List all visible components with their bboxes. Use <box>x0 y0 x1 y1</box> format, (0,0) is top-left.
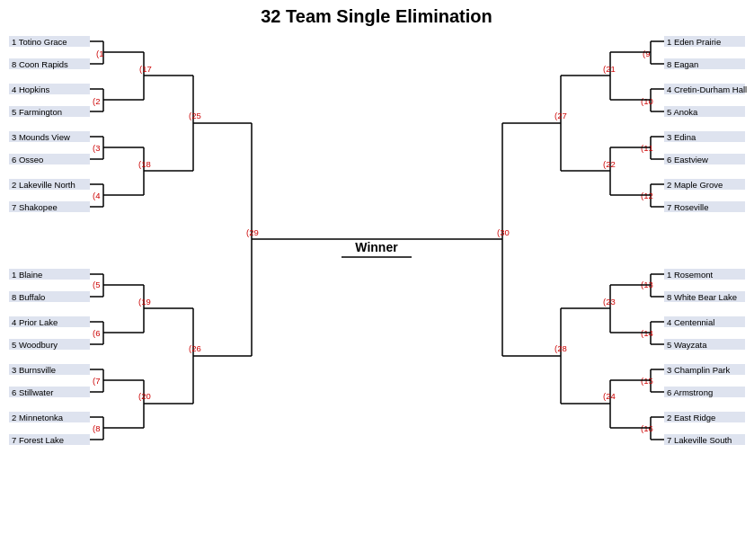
l-m6-label: (6 <box>93 328 100 338</box>
r-r1-t1: 1 Eden Prairie <box>667 37 721 47</box>
r-r1-t14: 6 Armstrong <box>667 387 713 397</box>
l-m2-label: (2 <box>93 96 100 106</box>
l-r1-t11: 4 Prior Lake <box>12 317 58 327</box>
l-r2-m17: (17 <box>139 64 152 74</box>
l-r1-t9: 1 Blaine <box>12 270 42 280</box>
l-r1-t4: 5 Farmington <box>12 107 62 117</box>
l-m8-label: (8 <box>93 423 100 433</box>
r-r2-m24: (24 <box>603 391 616 401</box>
l-r1-t3: 4 Hopkins <box>12 84 49 94</box>
l-r1-t15: 2 Minnetonka <box>12 413 64 422</box>
l-m5-label: (5 <box>93 280 100 289</box>
winner-label: Winner <box>355 240 398 254</box>
l-r3-m26: (26 <box>189 343 201 353</box>
l-r1-t2: 8 Coon Rapids <box>12 59 68 69</box>
l-m3-label: (3 <box>93 143 100 153</box>
r-r1-t5: 3 Edina <box>667 132 696 142</box>
r-r1-t13: 3 Champlin Park <box>667 365 730 375</box>
r-r1-t9: 1 Rosemont <box>667 270 714 280</box>
l-r1-t12: 5 Woodbury <box>12 340 58 350</box>
r-r2-m23: (23 <box>603 297 616 307</box>
l-m7-label: (7 <box>93 376 100 386</box>
l-r1-t10: 8 Buffalo <box>12 292 45 302</box>
l-m4-label: (4 <box>93 191 100 200</box>
l-m1-label: (1 <box>96 49 103 58</box>
r-r2-m21: (21 <box>603 64 616 74</box>
l-r1-t13: 3 Burnsville <box>12 365 56 375</box>
r-r1-t6: 6 Eastview <box>667 155 708 164</box>
l-r1-t7: 2 Lakeville North <box>12 180 75 190</box>
l-r3-m25: (25 <box>189 111 201 120</box>
l-r2-m20: (20 <box>138 391 151 401</box>
r-m9-label: (9 <box>643 49 650 58</box>
r-r1-t11: 4 Centennial <box>667 317 714 327</box>
bracket-container: 32 Team Single Elimination 1 Totino Grac… <box>0 0 754 560</box>
l-r1-t6: 6 Osseo <box>12 155 43 164</box>
r-r3-m28: (28 <box>554 343 567 353</box>
l-r1-t16: 7 Forest Lake <box>12 435 64 445</box>
l-r2-m18: (18 <box>138 159 151 169</box>
l-r2-m19: (19 <box>138 297 151 307</box>
r-r1-t8: 7 Roseville <box>667 202 708 212</box>
r-r1-t4: 5 Anoka <box>667 107 698 117</box>
r-r1-t7: 2 Maple Grove <box>667 180 723 190</box>
l-r4-m29: (29 <box>246 227 259 237</box>
r-r1-t16: 7 Lakeville South <box>667 435 732 445</box>
r-r3-m27: (27 <box>554 111 567 120</box>
r-r2-m22: (22 <box>603 159 616 169</box>
l-r1-t1: 1 Totino Grace <box>12 37 67 47</box>
r-r1-t12: 5 Wayzata <box>667 340 707 350</box>
l-r1-t5: 3 Mounds View <box>12 132 70 142</box>
r-r1-t10: 8 White Bear Lake <box>667 292 737 302</box>
r-r4-m30: (30 <box>497 227 510 237</box>
l-r1-t14: 6 Stillwater <box>12 387 53 397</box>
r-m10-label: (10 <box>641 96 653 106</box>
l-r1-t8: 7 Shakopee <box>12 202 58 212</box>
page-title: 32 Team Single Elimination <box>261 6 492 26</box>
r-r1-t3: 4 Cretin-Durham Hall <box>667 84 747 94</box>
r-r1-t2: 8 Eagan <box>667 59 698 69</box>
r-r1-t15: 2 East Ridge <box>667 413 715 422</box>
